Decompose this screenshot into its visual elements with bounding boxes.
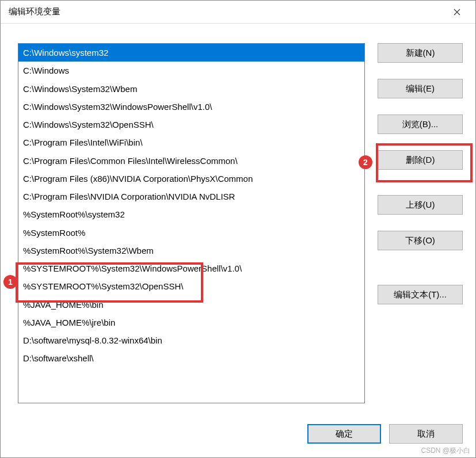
dialog-content: C:\Windows\system32C:\WindowsC:\Windows\… [1, 24, 475, 414]
list-item[interactable]: C:\Windows\System32\OpenSSH\ [18, 116, 364, 133]
edit-text-button[interactable]: 编辑文本(T)... [378, 285, 463, 304]
new-button[interactable]: 新建(N) [378, 43, 463, 63]
list-item[interactable]: C:\Windows\System32\Wbem [18, 80, 364, 98]
window-title: 编辑环境变量 [9, 6, 60, 17]
list-item[interactable]: %SYSTEMROOT%\System32\OpenSSH\ [18, 277, 364, 295]
browse-button[interactable]: 浏览(B)... [378, 114, 463, 134]
list-item[interactable]: C:\Program Files (x86)\NVIDIA Corporatio… [18, 170, 364, 188]
ok-button[interactable]: 确定 [307, 424, 381, 444]
path-listbox[interactable]: C:\Windows\system32C:\WindowsC:\Windows\… [18, 43, 365, 403]
close-icon [454, 9, 460, 16]
dialog-footer: 确定 取消 [1, 414, 475, 457]
list-item[interactable]: C:\Windows\System32\WindowsPowerShell\v1… [18, 98, 364, 116]
list-item[interactable]: D:\software\mysql-8.0.32-winx64\bin [18, 331, 364, 349]
list-item[interactable]: %SystemRoot%\System32\Wbem [18, 242, 364, 259]
list-item[interactable]: C:\Program Files\NVIDIA Corporation\NVID… [18, 188, 364, 205]
list-item[interactable]: C:\Windows\system32 [18, 44, 364, 62]
move-up-button[interactable]: 上移(U) [378, 195, 463, 215]
move-down-button[interactable]: 下移(O) [378, 231, 463, 250]
list-item[interactable]: %SystemRoot% [18, 224, 364, 242]
list-item[interactable]: C:\Windows [18, 62, 364, 79]
close-button[interactable] [445, 1, 469, 24]
list-item[interactable]: C:\Program Files\Common Files\Intel\Wire… [18, 152, 364, 170]
list-item[interactable]: %JAVA_HOME%\bin [18, 296, 364, 314]
list-item[interactable]: %JAVA_HOME%\jre\bin [18, 314, 364, 331]
edit-button[interactable]: 编辑(E) [378, 79, 463, 98]
delete-button[interactable]: 删除(D) [378, 150, 463, 170]
list-item[interactable]: %SystemRoot%\system32 [18, 205, 364, 223]
button-sidebar: 新建(N) 编辑(E) 浏览(B)... 删除(D) 上移(U) 下移(O) 编… [378, 43, 463, 404]
list-item[interactable]: C:\Program Files\Intel\WiFi\bin\ [18, 133, 364, 151]
list-item[interactable]: D:\software\xshell\ [18, 349, 364, 367]
list-item[interactable]: %SYSTEMROOT%\System32\WindowsPowerShell\… [18, 259, 364, 277]
cancel-button[interactable]: 取消 [389, 424, 463, 444]
env-var-dialog: 编辑环境变量 C:\Windows\system32C:\WindowsC:\W… [0, 0, 476, 458]
titlebar: 编辑环境变量 [1, 1, 475, 24]
